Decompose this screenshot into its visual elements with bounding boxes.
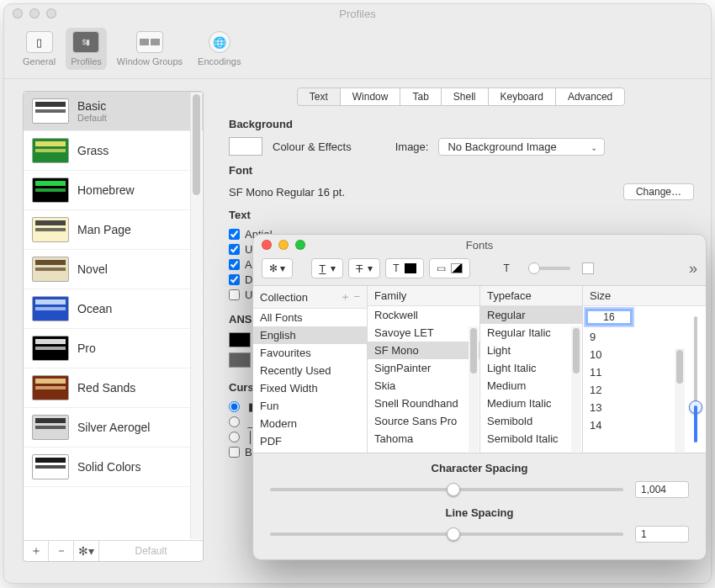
background-image-popup[interactable]: No Background Image [438,138,604,156]
zoom-icon[interactable] [295,240,305,250]
tab-advanced[interactable]: Advanced [555,87,625,106]
size-scrollbar[interactable] [675,348,685,452]
remove-profile-button[interactable]: － [49,541,74,561]
list-item[interactable]: Semibold [480,412,582,430]
profile-row[interactable]: BasicDefault [24,92,203,131]
list-item[interactable]: 11 [583,363,686,381]
list-item[interactable]: Light Italic [480,359,582,377]
profile-name: Silver Aerogel [77,421,150,434]
list-item[interactable]: Medium Italic [480,395,582,412]
list-item[interactable]: Semibold Italic [480,430,582,448]
text-heading: Text [229,209,694,221]
profile-row[interactable]: Man Page [24,210,203,250]
list-item[interactable]: Snell Roundhand [368,395,479,412]
list-item[interactable]: All Fonts [253,309,367,326]
list-item[interactable]: 14 [583,416,686,434]
toolbar-general[interactable]: ▯ General [18,28,61,70]
profile-row[interactable]: Silver Aerogel [24,408,203,448]
shadow-toggle[interactable]: T [497,258,516,278]
profile-thumbnail [32,217,69,242]
minimize-icon[interactable] [278,240,289,250]
toolbar-encodings[interactable]: 🌐 Encodings [193,28,246,70]
fonts-toolbar: ✻ ▾ T ▾ T ▾ T ▭ T » [253,255,706,285]
add-profile-button[interactable]: ＋ [24,541,49,561]
line-spacing-label: Line Spacing [446,506,514,519]
profile-row[interactable]: Pro [24,329,203,368]
shadow-opacity-slider[interactable] [528,267,570,270]
close-icon[interactable] [13,8,23,19]
profile-row[interactable]: Solid Colors [24,448,203,487]
list-item[interactable]: 10 [583,346,686,363]
toolbar-window-groups[interactable]: Window Groups [112,28,188,70]
ansi-swatch[interactable] [229,332,251,347]
list-item[interactable]: Recently Used [253,362,367,379]
char-spacing-value[interactable]: 1,004 [635,481,689,498]
list-item[interactable]: Fun [253,397,367,415]
size-slider[interactable] [686,306,706,453]
line-spacing-value[interactable]: 1 [635,526,689,543]
change-font-button[interactable]: Change… [623,183,694,200]
profile-subtitle: Default [77,113,107,123]
size-column: Size 91011121314 [583,286,706,453]
profile-row[interactable]: Ocean [24,289,203,329]
list-item[interactable]: Regular Italic [480,324,582,342]
document-colour-well[interactable]: ▭ [429,258,470,278]
list-item[interactable]: Rockwell [368,306,479,324]
tab-tab[interactable]: Tab [400,87,441,106]
family-scrollbar[interactable] [469,326,479,452]
list-item[interactable]: Skia [368,377,479,395]
list-item[interactable]: 12 [583,381,686,399]
strike-menu[interactable]: T ▾ [348,258,380,278]
fonts-actions-menu[interactable]: ✻ ▾ [262,258,293,278]
list-item[interactable]: Regular [480,306,582,324]
set-default-button[interactable]: Default [99,541,203,561]
toolbar: ▯ General $▮ Profiles Window Groups 🌐 En… [4,23,711,79]
ansi-swatch[interactable] [229,352,251,368]
list-item[interactable]: Fixed Width [253,379,367,397]
tab-keyboard[interactable]: Keyboard [488,87,556,106]
toolbar-profiles[interactable]: $▮ Profiles [66,28,107,70]
line-spacing-slider[interactable] [270,532,623,536]
list-item[interactable]: 13 [583,399,686,416]
char-spacing-slider[interactable] [270,488,623,491]
tab-shell[interactable]: Shell [441,87,489,106]
list-item[interactable]: SignPainter [368,359,479,377]
profiles-list[interactable]: BasicDefaultGrassHomebrewMan PageNovelOc… [24,92,203,540]
profile-actions-menu[interactable]: ✻▾ [74,541,99,561]
profile-row[interactable]: Red Sands [24,368,203,408]
size-input[interactable] [585,309,633,326]
terminal-icon: $▮ [72,31,99,53]
profile-row[interactable]: Homebrew [24,171,203,210]
char-spacing-label: Character Spacing [432,462,528,474]
list-item[interactable]: Tahoma [368,430,479,448]
add-remove-collection[interactable]: ＋ − [340,289,360,305]
list-item[interactable]: Savoye LET [368,324,479,342]
profile-row[interactable]: Novel [24,250,203,289]
list-item[interactable]: Light [480,342,582,359]
typeface-scrollbar[interactable] [571,326,581,452]
list-item[interactable]: Modern [253,415,367,432]
text-colour-well[interactable]: T [385,258,423,278]
tab-window[interactable]: Window [340,87,401,106]
sidebar-scrollbar[interactable] [190,93,202,539]
minimize-icon[interactable] [29,8,40,19]
list-item[interactable]: 9 [583,328,686,346]
overflow-icon[interactable]: » [689,260,697,278]
shadow-blur-control[interactable] [582,262,594,274]
slider-icon: ▯ [26,31,53,53]
list-item[interactable]: SF Mono [368,342,479,359]
list-item[interactable]: Favourites [253,344,367,362]
close-icon[interactable] [262,240,272,250]
background-colour-well[interactable] [229,137,262,156]
list-item[interactable]: Medium [480,377,582,395]
zoom-icon[interactable] [46,8,56,19]
profile-name: Solid Colors [77,460,140,474]
chevron-down-icon [591,140,597,153]
tab-text[interactable]: Text [297,87,341,106]
list-item[interactable]: Source Sans Pro [368,412,479,430]
typeface-column: Typeface RegularRegular ItalicLightLight… [480,286,583,453]
list-item[interactable]: English [253,326,367,344]
profile-row[interactable]: Grass [24,131,203,171]
list-item[interactable]: PDF [253,432,367,450]
underline-menu[interactable]: T ▾ [311,258,343,278]
